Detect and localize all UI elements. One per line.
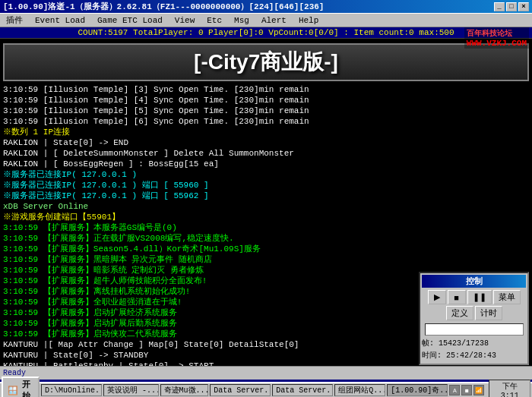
start-label: 开始 bbox=[20, 379, 33, 397]
log-line: ※服务器已连接IP( 127.0.0.1 ) 端口 [ 55962 ] bbox=[3, 191, 529, 201]
ctrl-time-label: 时间: 25:42/28:43 bbox=[422, 350, 496, 361]
taskbar-item-4[interactable]: Data Server... bbox=[210, 384, 271, 396]
taskbar-item-2[interactable]: 英设说明 -... bbox=[103, 384, 159, 396]
close-button[interactable]: × bbox=[518, 2, 529, 11]
menu-item[interactable]: Event Load bbox=[32, 15, 88, 26]
menu-item[interactable]: Msg bbox=[231, 15, 252, 26]
log-line: 3:10:59 【扩展服务】正在载扩服VS2008编写,稳定速度快. bbox=[3, 233, 529, 244]
ctrl-stop-button[interactable]: ■ bbox=[448, 290, 466, 304]
tray-icon-3: 📶 bbox=[473, 385, 484, 395]
control-panel: 控制 ▶ ■ ❚❚ 菜单 定义 计时 帧: 15423/17238 时间: 25… bbox=[419, 272, 529, 365]
game-title: [-City7商业版-] bbox=[3, 43, 529, 81]
taskbar: 🪟 开始 D:\MuOnline... 英设说明 -... 奇迹Mu微... D… bbox=[0, 382, 532, 397]
minimize-button[interactable]: _ bbox=[494, 2, 505, 11]
tray-icon-2: ◼ bbox=[461, 385, 472, 395]
maximize-button[interactable]: □ bbox=[506, 2, 517, 11]
ctrl-timer-button[interactable]: 计时 bbox=[475, 306, 502, 320]
control-buttons: ▶ ■ ❚❚ 菜单 定义 计时 bbox=[422, 290, 526, 320]
status-top: COUNT:5197 TotalPlayer: 0 Player[0]:0 Vp… bbox=[0, 27, 532, 39]
menu-item[interactable]: Alert bbox=[258, 15, 290, 26]
taskbar-item-7[interactable]: [1.00.90]奇... bbox=[387, 384, 448, 396]
log-line: 3:10:59 [Illusion Temple] [4] Sync Open … bbox=[3, 95, 529, 106]
log-line: 3:10:59 [Illusion Temple] [6] Sync Open … bbox=[3, 116, 529, 127]
log-line: ※服务器已连接IP( 127.0.0.1 ) bbox=[3, 169, 529, 180]
taskbar-time: 下午 3:11 bbox=[489, 380, 530, 398]
log-line: xDB Server Online bbox=[3, 201, 529, 212]
watermark: 百年科技论坛 WWW.VZKJ.COM bbox=[464, 27, 529, 49]
ctrl-menu-button[interactable]: 菜单 bbox=[493, 290, 521, 304]
menu-item[interactable]: Game ETC Load bbox=[94, 15, 166, 26]
ctrl-frames-row: 帧: 15423/17238 bbox=[422, 338, 526, 348]
ctrl-input[interactable] bbox=[425, 323, 524, 336]
log-line: 3:10:59 【扩展服务】黑暗脚本 异次元事件 随机商店 bbox=[3, 254, 529, 265]
menu-item[interactable]: Etc bbox=[204, 15, 225, 26]
title-bar: [1.00.90]洛逝-1（服务器）2.62.81（FZ1---00000000… bbox=[0, 0, 532, 14]
taskbar-item-5[interactable]: Data Server... bbox=[272, 384, 333, 396]
ctrl-time-row: 时间: 25:42/28:43 bbox=[422, 350, 526, 361]
tray-icon-1: A bbox=[449, 385, 460, 395]
log-line: 3:10:59 [Illusion Temple] [3] Sync Open … bbox=[3, 84, 529, 95]
log-line: 3:10:59 【扩展服务】本服务器GS编号是(0) bbox=[3, 222, 529, 233]
bottom-status: Ready bbox=[0, 366, 532, 380]
status-text: COUNT:5197 TotalPlayer: 0 Player[0]:0 Vp… bbox=[78, 28, 454, 37]
menu-item[interactable]: View bbox=[172, 15, 198, 26]
ctrl-play-button[interactable]: ▶ bbox=[428, 290, 446, 304]
log-line: ※服务器已连接IP( 127.0.0.1 ) 端口 [ 55960 ] bbox=[3, 180, 529, 191]
log-line: RAKLION | [ BossEggRegen ] : BossEgg[15 … bbox=[3, 159, 529, 169]
tray-icons: A ◼ 📶 bbox=[449, 385, 484, 395]
start-icon: 🪟 bbox=[8, 386, 18, 395]
window-title: [1.00.90]洛逝-1（服务器）2.62.81（FZ1---00000000… bbox=[3, 1, 324, 12]
log-line: ※游戏服务创建端口【55901】 bbox=[3, 212, 529, 222]
log-line: RAKLION | [ DeleteSummonMonster ] Delete… bbox=[3, 148, 529, 159]
watermark-top: 百年科技论坛 bbox=[467, 28, 527, 39]
taskbar-item-3[interactable]: 奇迹Mu微... bbox=[160, 384, 209, 396]
log-line: ※数列 1 IP连接 bbox=[3, 127, 529, 137]
log-line: 3:10:59 [Illusion Temple] [5] Sync Open … bbox=[3, 106, 529, 116]
ctrl-frames-label: 帧: 15423/17238 bbox=[422, 338, 489, 348]
taskbar-item-6[interactable]: 组团网站Q... bbox=[334, 384, 385, 396]
ctrl-define-button[interactable]: 定义 bbox=[446, 306, 473, 320]
menu-bar: 插件Event LoadGame ETC LoadViewEtcMsgAlert… bbox=[0, 14, 532, 27]
control-title: 控制 bbox=[422, 275, 526, 288]
log-line: 3:10:59 【扩展服务】Season5.4.dll）Kor奇术[Mu1.09… bbox=[3, 244, 529, 254]
taskbar-item-1[interactable]: D:\MuOnline... bbox=[41, 384, 102, 396]
menu-item[interactable]: 插件 bbox=[3, 14, 26, 27]
watermark-url: WWW.VZKJ.COM bbox=[467, 39, 527, 48]
window-controls: _ □ × bbox=[494, 2, 529, 11]
menu-item[interactable]: Help bbox=[296, 15, 321, 26]
start-button[interactable]: 🪟 开始 bbox=[2, 377, 40, 397]
log-line: RAKLION | State[0] -> END bbox=[3, 137, 529, 148]
ctrl-pause-button[interactable]: ❚❚ bbox=[467, 290, 492, 304]
